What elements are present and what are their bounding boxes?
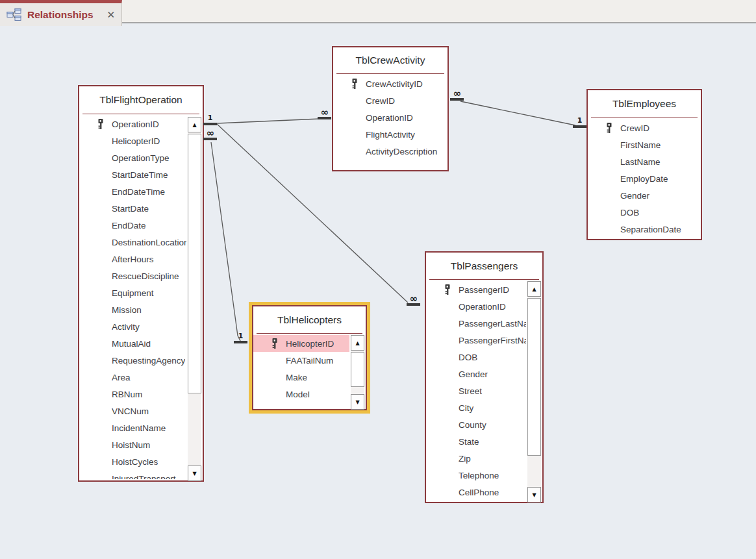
- field-row-EndDate[interactable]: EndDate: [79, 217, 186, 234]
- field-row-Mission[interactable]: Mission: [79, 301, 186, 318]
- field-row-County[interactable]: County: [426, 416, 526, 433]
- table-TblFlightOperation[interactable]: TblFlightOperation OperationIDHelicopter…: [78, 85, 204, 482]
- field-row-HoistCycles[interactable]: HoistCycles: [79, 453, 186, 470]
- tab-title: Relationships: [27, 9, 94, 21]
- table-TblHelicopters[interactable]: TblHelicopters HelicopterIDFAATailNumMak…: [252, 305, 367, 410]
- field-row-Gender[interactable]: Gender: [588, 187, 699, 204]
- field-row-City[interactable]: City: [426, 399, 526, 416]
- table-TblCrewActivity[interactable]: TblCrewActivity CrewActivityIDCrewIDOper…: [332, 46, 449, 171]
- scroll-up-button[interactable]: ▲: [527, 281, 541, 297]
- field-row-DestinationLocation[interactable]: DestinationLocation: [79, 234, 186, 251]
- tab-relationships[interactable]: Relationships ✕: [0, 0, 122, 26]
- field-row-RescueDiscipline[interactable]: RescueDiscipline: [79, 267, 186, 284]
- field-row-PassengerID[interactable]: PassengerID: [426, 281, 526, 298]
- table-TblEmployees[interactable]: TblEmployees CrewIDFirstNameLastNameEmpl…: [586, 89, 702, 240]
- field-label: Activity: [112, 322, 140, 332]
- field-row-EndDateTime[interactable]: EndDateTime: [79, 183, 186, 200]
- field-row-FirstName[interactable]: FirstName: [588, 136, 699, 153]
- vertical-scrollbar[interactable]: ▲ ▼: [351, 335, 364, 410]
- field-list: PassengerIDOperationIDPassengerLastNameP…: [426, 281, 526, 501]
- field-label: StartDate: [112, 204, 149, 214]
- cardinality-one-marker: 1: [573, 125, 586, 128]
- field-row-HoistNum[interactable]: HoistNum: [79, 436, 186, 453]
- field-row-OperationID[interactable]: OperationID: [333, 109, 446, 126]
- field-row-StartDateTime[interactable]: StartDateTime: [79, 166, 186, 183]
- field-row-CellPhone[interactable]: CellPhone: [426, 484, 526, 501]
- field-row-HelicopterID[interactable]: HelicopterID: [79, 132, 186, 149]
- field-row-VNCNum[interactable]: VNCNum: [79, 403, 186, 419]
- field-row-EmployDate[interactable]: EmployDate: [588, 170, 699, 187]
- field-row-Telephone[interactable]: Telephone: [426, 467, 526, 484]
- field-row-PassengerLastName[interactable]: PassengerLastName: [426, 315, 526, 332]
- vertical-scrollbar[interactable]: ▲ ▼: [527, 281, 541, 503]
- scroll-down-button[interactable]: ▼: [527, 487, 541, 503]
- field-row-LastName[interactable]: LastName: [588, 153, 699, 170]
- close-tab-icon[interactable]: ✕: [107, 10, 115, 19]
- table-title-separator: [591, 118, 698, 118]
- field-row-RequestingAgency[interactable]: RequestingAgency: [79, 352, 186, 369]
- field-row-FAATailNum[interactable]: FAATailNum: [253, 352, 349, 369]
- field-label: Model: [286, 390, 310, 399]
- field-row-Equipment[interactable]: Equipment: [79, 284, 186, 301]
- field-row-CrewID[interactable]: CrewID: [333, 92, 446, 109]
- field-row-NumbRotors[interactable]: NumbRotors: [253, 403, 349, 408]
- field-label: CellPhone: [459, 488, 499, 497]
- field-row-Model[interactable]: Model: [253, 386, 349, 403]
- field-row-HelicopterID[interactable]: HelicopterID: [253, 335, 349, 352]
- relationship-line-TblFlightOperation-TblCrewActivity[interactable]: [217, 119, 320, 123]
- scroll-up-button[interactable]: ▲: [351, 335, 364, 351]
- field-label: ActivityDescription: [366, 147, 437, 156]
- field-row-OperationID[interactable]: OperationID: [426, 298, 526, 315]
- field-label: DOB: [620, 208, 639, 217]
- scrollbar-thumb[interactable]: [351, 352, 364, 387]
- scrollbar-thumb[interactable]: [188, 134, 201, 393]
- field-label: Gender: [620, 191, 649, 201]
- field-label: HoistCycles: [112, 457, 158, 467]
- field-row-InjuredTransport[interactable]: InjuredTransport: [79, 470, 186, 479]
- field-row-Street[interactable]: Street: [426, 382, 526, 399]
- field-row-PassengerFirstName[interactable]: PassengerFirstName: [426, 332, 526, 349]
- field-row-State[interactable]: State: [426, 433, 526, 450]
- scroll-up-button[interactable]: ▲: [188, 117, 201, 132]
- field-row-DOB[interactable]: DOB: [588, 204, 699, 221]
- field-row-CrewID[interactable]: CrewID: [588, 119, 699, 136]
- field-row-IncidentName[interactable]: IncidentName: [79, 419, 186, 436]
- field-row-DOB[interactable]: DOB: [426, 349, 526, 366]
- scroll-down-button[interactable]: ▼: [351, 394, 364, 410]
- table-title[interactable]: TblPassengers: [426, 253, 542, 279]
- field-label: OperationID: [112, 119, 159, 129]
- field-row-RBNum[interactable]: RBNum: [79, 386, 186, 403]
- relationship-line-TblFlightOperation-TblHelicopters[interactable]: [211, 142, 241, 342]
- field-row-Gender[interactable]: Gender: [426, 366, 526, 382]
- field-label: Area: [112, 373, 131, 382]
- field-label: CrewID: [620, 123, 649, 133]
- field-row-OperationID[interactable]: OperationID: [79, 116, 186, 132]
- field-label: CrewID: [366, 96, 395, 106]
- table-title[interactable]: TblHelicopters: [253, 306, 366, 333]
- table-title[interactable]: TblEmployees: [588, 90, 701, 118]
- field-row-Area[interactable]: Area: [79, 369, 186, 386]
- field-row-Activity[interactable]: Activity: [79, 318, 186, 335]
- field-row-Zip[interactable]: Zip: [426, 450, 526, 467]
- key-icon: [444, 284, 451, 295]
- vertical-scrollbar[interactable]: ▲ ▼: [188, 117, 201, 481]
- field-row-OperationType[interactable]: OperationType: [79, 149, 186, 166]
- field-row-AfterHours[interactable]: AfterHours: [79, 251, 186, 267]
- table-title[interactable]: TblFlightOperation: [79, 86, 203, 114]
- field-label: PassengerLastName: [459, 319, 526, 329]
- scrollbar-thumb[interactable]: [527, 298, 541, 456]
- field-row-Make[interactable]: Make: [253, 369, 349, 386]
- relationship-line-TblCrewActivity-TblEmployees[interactable]: [460, 101, 575, 125]
- field-row-SeparationDate[interactable]: SeparationDate: [588, 221, 699, 238]
- scroll-down-button[interactable]: ▼: [188, 466, 201, 481]
- field-label: LastName: [620, 157, 661, 167]
- field-row-MutualAid[interactable]: MutualAid: [79, 335, 186, 352]
- field-label: DOB: [459, 353, 477, 362]
- cardinality-symbol: ∞: [453, 89, 461, 99]
- table-title[interactable]: TblCrewActivity: [333, 47, 447, 73]
- field-row-CrewActivityID[interactable]: CrewActivityID: [333, 75, 446, 92]
- field-row-ActivityDescription[interactable]: ActivityDescription: [333, 143, 446, 160]
- field-row-FlightActivity[interactable]: FlightActivity: [333, 126, 446, 143]
- table-TblPassengers[interactable]: TblPassengers PassengerIDOperationIDPass…: [425, 251, 544, 503]
- field-row-StartDate[interactable]: StartDate: [79, 200, 186, 217]
